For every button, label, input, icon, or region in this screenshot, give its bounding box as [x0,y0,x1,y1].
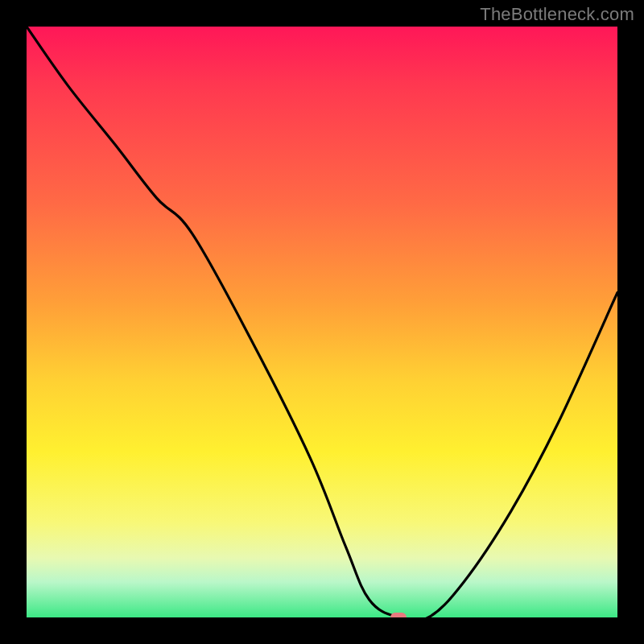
bottleneck-curve [27,27,617,617]
watermark-text: TheBottleneck.com [480,4,634,25]
plot-area [27,27,617,617]
chart-stage: TheBottleneck.com [0,0,644,644]
optimal-marker [390,613,407,617]
